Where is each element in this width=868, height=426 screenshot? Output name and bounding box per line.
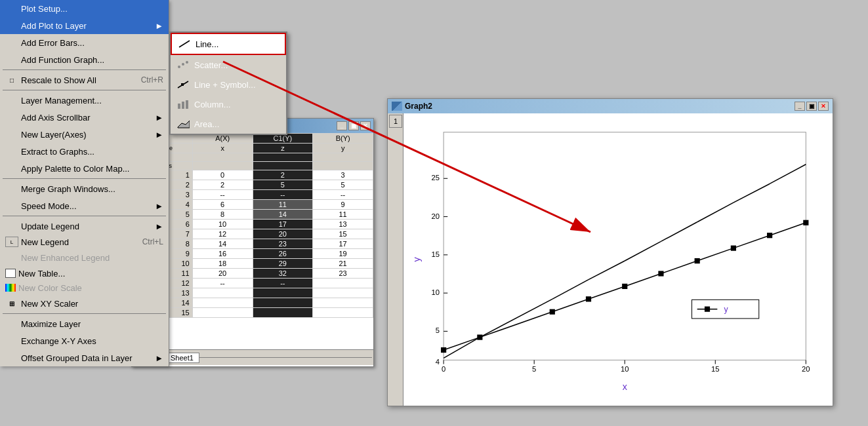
- col-a-cell[interactable]: 12: [192, 229, 253, 239]
- add-plot-icon: [5, 19, 18, 32]
- col-a-cell[interactable]: 10: [192, 220, 253, 229]
- menu-item-extract-to-graphs[interactable]: Extract to Graphs...: [0, 143, 169, 160]
- col-c1-cell[interactable]: 32: [253, 269, 313, 279]
- menu-item-new-table[interactable]: New Table...: [0, 266, 169, 281]
- col-a-cell[interactable]: --: [192, 279, 253, 288]
- col-c1-cell[interactable]: 11: [253, 200, 313, 210]
- svg-text:10: 10: [621, 365, 629, 373]
- menu-item-new-layer-axes[interactable]: New Layer(Axes) ►: [0, 126, 169, 143]
- menu-item-new-color-scale[interactable]: New Color Scale: [0, 281, 169, 295]
- col-c1-cell[interactable]: 14: [253, 210, 313, 220]
- svg-text:15: 15: [431, 250, 440, 258]
- col-b-cell[interactable]: --: [313, 190, 373, 200]
- col-a-cell[interactable]: 2: [192, 180, 253, 190]
- col-a-cell[interactable]: 14: [192, 239, 253, 249]
- col-b-cell[interactable]: 21: [313, 259, 373, 269]
- new-legend-icon: L: [5, 237, 18, 247]
- graph-restore-button[interactable]: ▣: [806, 102, 817, 111]
- submenu-item-area[interactable]: Area...: [171, 114, 286, 134]
- menu-item-apply-palette[interactable]: Apply Palette to Color Map...: [0, 160, 169, 177]
- menu-item-add-function-graph[interactable]: Add Function Graph...: [0, 51, 169, 68]
- menu-item-maximize-layer[interactable]: Maximize Layer: [0, 315, 169, 332]
- submenu-item-line-symbol[interactable]: Line + Symbol...: [171, 75, 286, 94]
- submenu-item-line[interactable]: Line...: [171, 33, 286, 55]
- restore-button[interactable]: ▣: [348, 121, 359, 130]
- svg-rect-64: [705, 307, 710, 312]
- graph-tab-bar: 1: [388, 113, 403, 406]
- menu-item-speed-mode[interactable]: Speed Mode... ►: [0, 197, 169, 214]
- col-b-cell[interactable]: 23: [313, 269, 373, 279]
- col-a-cell[interactable]: --: [192, 190, 253, 200]
- col-a-units: [192, 153, 253, 162]
- exchange-xy-icon: [5, 334, 18, 347]
- menu-item-plot-setup[interactable]: Plot Setup...: [0, 0, 169, 17]
- graph-window-controls[interactable]: _ ▣ ✕: [795, 102, 829, 111]
- add-plot-submenu[interactable]: Line... Scatter...: [169, 31, 287, 135]
- sheet-tab-active[interactable]: Sheet1: [165, 353, 199, 363]
- col-c1-cell[interactable]: 29: [253, 259, 313, 269]
- menu-item-add-axis-scrollbar[interactable]: Add Axis Scrollbar ►: [0, 109, 169, 126]
- col-c1-cell[interactable]: [253, 298, 313, 308]
- col-c1-cell[interactable]: --: [253, 190, 313, 200]
- col-a-cell[interactable]: 6: [192, 200, 253, 210]
- submenu-item-scatter[interactable]: Scatter...: [171, 55, 286, 75]
- col-a-cell[interactable]: 20: [192, 269, 253, 279]
- col-c1-cell[interactable]: 26: [253, 249, 313, 259]
- svg-rect-48: [658, 271, 663, 276]
- col-b-cell[interactable]: 15: [313, 229, 373, 239]
- window-controls[interactable]: _ ▣ ✕: [337, 121, 371, 130]
- graph-plot-area: y x 5 10 15 20 25: [403, 113, 833, 406]
- graph-titlebar: Graph2 _ ▣ ✕: [388, 99, 833, 113]
- col-b-cell[interactable]: 5: [313, 180, 373, 190]
- graph-minimize-button[interactable]: _: [795, 102, 805, 111]
- menu-item-new-xy-scaler[interactable]: ⊞ New XY Scaler: [0, 295, 169, 312]
- col-b-cell[interactable]: 9: [313, 200, 373, 210]
- menu-item-add-plot-to-layer[interactable]: Add Plot to Layer ► Line...: [0, 17, 169, 34]
- menu-item-layer-management[interactable]: Layer Management...: [0, 92, 169, 109]
- col-a-cell[interactable]: 8: [192, 210, 253, 220]
- col-b-cell[interactable]: 13: [313, 220, 373, 229]
- plot-menu[interactable]: Plot Setup... Add Plot to Layer ► Line..…: [0, 0, 169, 366]
- col-c1-cell[interactable]: 20: [253, 229, 313, 239]
- col-a-cell[interactable]: 18: [192, 259, 253, 269]
- col-b-cell[interactable]: [313, 279, 373, 288]
- col-b-cell[interactable]: 3: [313, 170, 373, 180]
- menu-item-update-legend[interactable]: Update Legend ►: [0, 218, 169, 235]
- col-c1-cell[interactable]: --: [253, 279, 313, 288]
- col-b-cell[interactable]: [313, 308, 373, 318]
- close-button[interactable]: ✕: [360, 121, 371, 130]
- col-a-cell[interactable]: [192, 298, 253, 308]
- col-c1-cell[interactable]: [253, 308, 313, 318]
- graph-tab-1[interactable]: 1: [389, 115, 402, 128]
- col-c1-cell[interactable]: 2: [253, 170, 313, 180]
- plot-setup-icon: [5, 2, 18, 15]
- col-b-cell[interactable]: 11: [313, 210, 373, 220]
- col-c1-cell[interactable]: [253, 288, 313, 298]
- col-a-cell[interactable]: [192, 308, 253, 318]
- menu-item-rescale[interactable]: □ Rescale to Show All Ctrl+R: [0, 71, 169, 88]
- col-c1-cell[interactable]: 17: [253, 220, 313, 229]
- col-a-cell[interactable]: 0: [192, 170, 253, 180]
- submenu-item-column[interactable]: Column...: [171, 94, 286, 114]
- col-b-cell[interactable]: 17: [313, 239, 373, 249]
- graph-close-button[interactable]: ✕: [818, 102, 829, 111]
- col-b-cell[interactable]: 19: [313, 249, 373, 259]
- menu-item-exchange-xy[interactable]: Exchange X-Y Axes: [0, 332, 169, 349]
- col-a-cell[interactable]: [192, 288, 253, 298]
- col-c1-cell[interactable]: 5: [253, 180, 313, 190]
- menu-item-merge-graph-windows[interactable]: Merge Graph Windows...: [0, 180, 169, 197]
- menu-item-new-legend[interactable]: L New Legend Ctrl+L: [0, 235, 169, 249]
- svg-text:15: 15: [711, 365, 720, 373]
- svg-rect-10: [444, 132, 806, 360]
- col-a-cell[interactable]: 16: [192, 249, 253, 259]
- minimize-button[interactable]: _: [337, 121, 347, 130]
- col-b-cell[interactable]: [313, 288, 373, 298]
- svg-text:4: 4: [436, 358, 440, 366]
- graph-window: Graph2 _ ▣ ✕ 1 y x 5: [387, 98, 833, 406]
- menu-item-add-error-bars[interactable]: Add Error Bars...: [0, 34, 169, 51]
- menu-item-new-enhanced-legend[interactable]: New Enhanced Legend: [0, 249, 169, 266]
- color-scale-icon: [5, 284, 16, 292]
- col-c1-cell[interactable]: 23: [253, 239, 313, 249]
- menu-item-offset-grouped-data[interactable]: Offset Grouped Data in Layer ►: [0, 349, 169, 366]
- col-b-cell[interactable]: [313, 298, 373, 308]
